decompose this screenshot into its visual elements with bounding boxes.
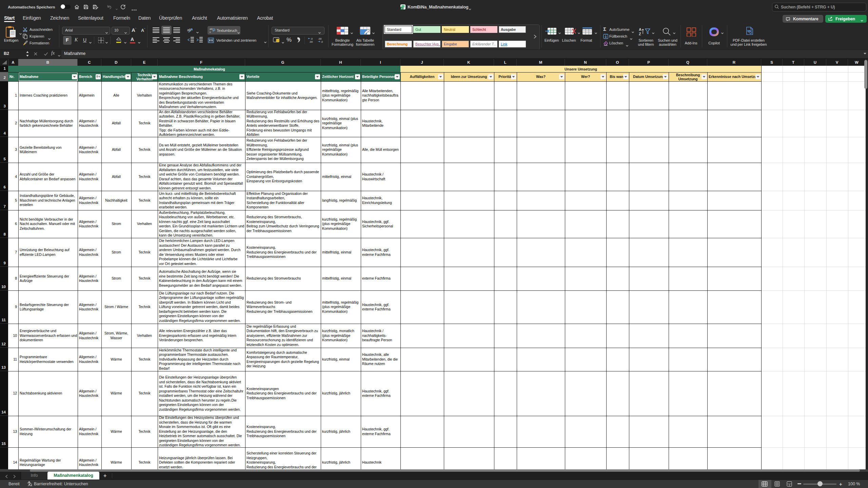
svg-text:A: A [639, 27, 642, 32]
svg-text:Z: Z [639, 32, 641, 36]
svg-text:.00: .00 [318, 37, 321, 40]
svg-text:c: c [210, 30, 211, 33]
svg-text:.00: .00 [309, 40, 313, 43]
svg-text:.0: .0 [321, 40, 323, 43]
svg-text:ab: ab [187, 28, 191, 32]
svg-text:.0: .0 [311, 37, 313, 40]
